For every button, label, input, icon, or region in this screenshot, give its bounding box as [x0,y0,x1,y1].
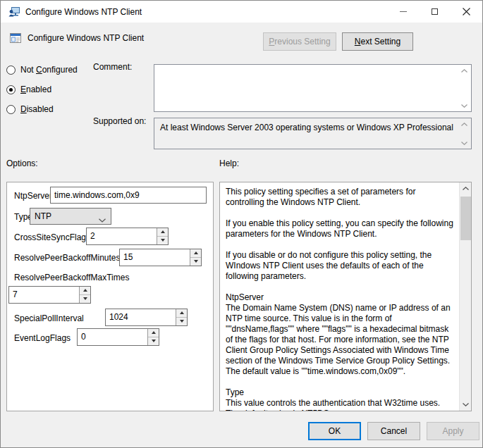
cancel-button[interactable]: Cancel [367,422,420,440]
apply-button[interactable]: Apply [427,422,479,440]
next-setting-button[interactable]: Next Setting [342,32,413,51]
triangle-down-icon [180,320,184,323]
spin-up-button[interactable] [80,287,90,295]
type-dropdown[interactable]: NTP [30,208,111,225]
resolvepeerbackoffminutes-spinner[interactable]: 15 [119,249,202,266]
spin-up-button[interactable] [190,249,201,258]
scrollbar-thumb[interactable] [460,197,471,240]
chevron-down-icon [99,215,106,225]
radio-not-configured[interactable]: Not Configured [6,64,78,75]
specialpollinterval-spinner[interactable]: 1024 [105,309,188,326]
eventlogflags-spinner[interactable]: 0 [77,328,159,346]
supported-on-box: At least Windows Server 2003 operating s… [154,118,472,149]
spin-down-button[interactable] [176,318,187,326]
setting-title: Configure Windows NTP Client [27,33,144,43]
previous-setting-button[interactable]: Previous Setting [263,32,336,51]
spin-down-button[interactable] [148,337,159,346]
window-title: Configure Windows NTP Client [25,7,142,17]
help-paragraph: If you disable or do not configure this … [226,250,455,282]
radio-circle [6,85,16,94]
triangle-down-icon [194,260,198,263]
help-heading: NtpServer [226,292,455,303]
comment-label: Comment: [93,62,132,72]
resolvepeerbackoffmaxtimes-label: ResolvePeerBackoffMaxTimes [14,273,129,282]
crosssitesyncflags-label: CrossSiteSyncFlags [14,232,90,242]
minimize-icon [400,11,407,12]
policy-setting-icon [9,32,22,44]
help-panel: This policy setting specifies a set of p… [219,182,472,411]
radio-enabled[interactable]: Enabled [6,84,51,95]
spin-up-button[interactable] [176,309,187,318]
spin-up-button[interactable] [157,228,168,237]
resolvepeerbackoffminutes-label: ResolvePeerBackoffMinutes [14,253,121,263]
radio-label: Disabled [20,104,54,114]
triangle-up-icon [180,311,184,314]
eventlogflags-value: 0 [81,332,146,342]
resolvepeerbackoffminutes-value: 15 [123,252,188,262]
spinner-buttons [190,249,201,266]
minimize-button[interactable] [387,1,419,23]
help-paragraph: The Domain Name System (DNS) name or IP … [226,303,455,377]
maximize-icon [432,8,438,15]
spinner-buttons [157,228,168,244]
specialpollinterval-value: 1024 [109,312,174,322]
ntpserver-input[interactable] [50,187,207,204]
spin-down-button[interactable] [80,295,90,304]
dialog-window: Configure Windows NTP Client [0,0,483,448]
titlebar: Configure Windows NTP Client [1,1,482,23]
help-label: Help: [219,158,239,168]
help-text: This policy setting specifies a set of p… [220,182,459,411]
app-icon [8,6,20,18]
options-label: Options: [6,158,38,168]
triangle-up-icon [194,251,198,254]
supported-scroll-up-icon [459,120,470,128]
supported-on-label: Supported on: [93,116,146,126]
window-controls [387,1,482,23]
crosssitesyncflags-spinner[interactable]: 2 [86,228,169,245]
help-heading: Type [226,387,455,398]
comment-textarea[interactable] [154,64,472,112]
supported-scroll-down-icon [459,139,470,147]
spinner-buttons [147,329,159,345]
triangle-up-icon [152,331,156,334]
supported-on-value: At least Windows Server 2003 operating s… [160,123,454,133]
crosssitesyncflags-value: 2 [90,231,155,241]
comment-scroll-up-icon[interactable] [459,66,470,75]
radio-circle [6,66,16,75]
spin-down-button[interactable] [190,258,201,266]
ntpserver-label: NtpServer [14,191,52,201]
setting-header: Configure Windows NTP Client [9,32,144,44]
spin-up-button[interactable] [148,329,159,337]
resolvepeerbackoffmaxtimes-value: 7 [13,290,78,299]
help-paragraph: This policy setting specifies a set of p… [226,187,455,208]
ok-button[interactable]: OK [308,422,361,440]
options-panel: NtpServer Type NTP CrossSiteSyncFlags 2 … [6,182,214,411]
help-paragraph: If you enable this policy setting, you c… [226,218,455,239]
comment-scroll-down-icon[interactable] [459,101,470,110]
help-scrollbar[interactable] [459,182,471,411]
type-dropdown-value: NTP [35,211,51,221]
resolvepeerbackoffmaxtimes-spinner[interactable]: 7 [8,286,91,304]
specialpollinterval-label: SpecialPollInterval [14,313,84,323]
close-icon [463,8,470,15]
close-button[interactable] [451,1,482,23]
spin-down-button[interactable] [157,237,168,245]
scroll-down-icon[interactable] [460,399,472,411]
radio-label: Enabled [20,85,51,94]
triangle-up-icon [83,289,87,292]
scroll-up-icon[interactable] [460,182,472,194]
maximize-button[interactable] [419,1,451,23]
eventlogflags-label: EventLogFlags [14,333,71,343]
radio-label: Not Configured [20,65,78,75]
triangle-up-icon [161,230,165,233]
triangle-down-icon [152,340,156,342]
radio-disabled[interactable]: Disabled [6,104,54,115]
help-paragraph: This value controls the authentication t… [226,398,455,411]
triangle-down-icon [83,297,87,300]
triangle-down-icon [161,239,165,242]
spinner-buttons [176,309,187,325]
radio-circle [6,105,16,114]
spinner-buttons [79,287,90,303]
